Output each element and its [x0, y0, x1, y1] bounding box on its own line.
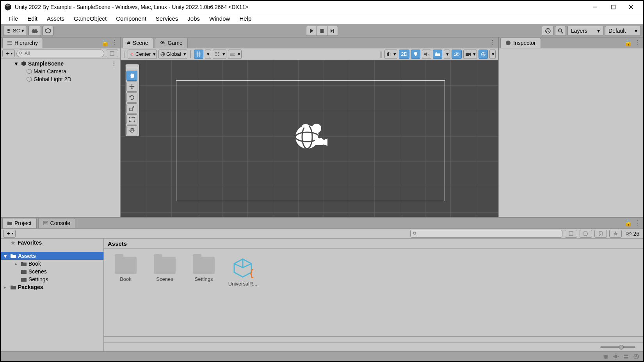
drag-handle-icon[interactable] [126, 67, 138, 68]
gizmos-dropdown[interactable]: ▾ [489, 50, 496, 59]
asset-child-row[interactable]: Scenes [1, 268, 103, 275]
unity-hub-button[interactable] [43, 26, 53, 36]
expand-arrow-icon[interactable]: ▸ [15, 262, 19, 266]
lock-icon[interactable]: 🔓 [624, 219, 632, 227]
drag-handle-icon[interactable]: ‖ [380, 50, 383, 58]
console-tab[interactable]: Console [38, 218, 75, 228]
game-tab[interactable]: 👁Game [155, 38, 188, 48]
gizmos-toggle[interactable] [479, 50, 488, 59]
expand-arrow-icon[interactable]: ▸ [4, 285, 9, 289]
panel-menu-icon[interactable]: ⋮ [634, 39, 642, 47]
grid-snap-dropdown[interactable]: ▾ [205, 50, 211, 59]
window-minimize-button[interactable] [586, 1, 604, 13]
scene-tab[interactable]: #Scene [122, 38, 153, 48]
asset-child-row[interactable]: ▸Book [1, 260, 103, 268]
favorites-row[interactable]: ★Favorites [1, 239, 103, 247]
panel-menu-icon[interactable]: ⋮ [110, 39, 118, 47]
panel-menu-icon[interactable]: ⋮ [489, 39, 496, 47]
step-button[interactable] [327, 26, 338, 36]
project-tab[interactable]: Project [2, 218, 37, 228]
inspector-tab[interactable]: i Inspector [500, 38, 541, 48]
layers-dropdown[interactable]: Layers▾ [568, 26, 603, 36]
transform-tool[interactable] [126, 125, 137, 135]
scale-tool[interactable] [126, 103, 137, 114]
svg-text:i: i [508, 40, 509, 41]
assets-row[interactable]: ▾Assets [1, 252, 103, 260]
thumbnail-size-slider[interactable] [600, 346, 635, 348]
window-close-button[interactable] [622, 1, 640, 13]
search-icon [19, 51, 23, 55]
account-dropdown[interactable]: SC ▾ [3, 26, 27, 36]
hand-tool[interactable] [126, 71, 137, 81]
save-search-button[interactable] [594, 230, 607, 238]
menu-gameobject[interactable]: GameObject [69, 14, 111, 23]
context-menu-icon[interactable]: ⋮ [111, 60, 117, 67]
fx-toggle[interactable] [433, 50, 442, 59]
layout-dropdown[interactable]: Default▾ [605, 26, 641, 36]
lock-icon[interactable]: 🔓 [624, 39, 632, 47]
hidden-count[interactable]: 26 [624, 231, 641, 237]
project-search-input[interactable] [410, 230, 562, 238]
window-maximize-button[interactable] [604, 1, 622, 13]
shading-mode-dropdown[interactable]: ▾ [384, 50, 397, 59]
panel-menu-icon[interactable]: ⋮ [634, 219, 642, 227]
breadcrumb[interactable]: Assets [104, 239, 643, 249]
audio-toggle[interactable] [422, 50, 431, 59]
menu-window[interactable]: Window [205, 14, 235, 23]
menu-jobs[interactable]: Jobs [183, 14, 205, 23]
menu-component[interactable]: Component [111, 14, 151, 23]
hierarchy-tab[interactable]: Hierarchy [2, 38, 43, 48]
grid-snap-button[interactable] [194, 50, 203, 59]
space-dropdown[interactable]: Global▾ [158, 50, 187, 59]
slider-knob[interactable] [619, 345, 624, 350]
lock-icon[interactable]: 🔓 [101, 39, 109, 47]
menu-edit[interactable]: Edit [23, 14, 42, 23]
fx-dropdown[interactable]: ▾ [444, 50, 450, 59]
packages-row[interactable]: ▸Packages [1, 283, 103, 291]
undo-history-button[interactable] [542, 26, 553, 36]
bookmark-icon [598, 231, 603, 236]
create-asset-dropdown[interactable]: ＋▾ [3, 230, 16, 238]
drag-handle-icon[interactable]: ‖ [123, 50, 126, 58]
scene-row[interactable]: ▾ SampleScene ⋮ [1, 60, 120, 67]
pivot-dropdown[interactable]: Center▾ [128, 50, 157, 59]
rotate-tool[interactable] [126, 92, 137, 103]
mode-2d-button[interactable]: 2D [399, 50, 409, 59]
auto-generate-lighting-icon[interactable] [613, 353, 619, 360]
progress-icon[interactable] [633, 353, 639, 360]
expand-arrow-icon[interactable]: ▾ [4, 253, 9, 259]
camera-dropdown[interactable]: ▾ [463, 50, 477, 59]
bug-icon[interactable] [603, 353, 609, 360]
search-button[interactable] [555, 26, 566, 36]
favorite-button[interactable]: ★ [609, 230, 622, 238]
move-tool[interactable] [126, 82, 137, 92]
hierarchy-item[interactable]: Main Camera [1, 67, 120, 75]
asset-child-row[interactable]: Settings [1, 275, 103, 283]
increment-snap-button[interactable]: ▾ [213, 50, 226, 59]
menu-assets[interactable]: Assets [42, 14, 69, 23]
lighting-toggle[interactable] [411, 50, 420, 59]
search-by-label-button[interactable] [580, 230, 592, 238]
search-mode-button[interactable] [106, 50, 118, 57]
rect-tool[interactable] [126, 114, 137, 124]
search-by-type-button[interactable] [565, 230, 577, 238]
asset-render-pipeline[interactable]: { } UniversalR... [229, 257, 257, 287]
menu-services[interactable]: Services [151, 14, 183, 23]
asset-folder[interactable]: Book [112, 257, 140, 282]
pause-button[interactable] [317, 26, 327, 36]
cloud-button[interactable] [28, 26, 41, 36]
create-dropdown[interactable]: ＋▾ [2, 50, 15, 57]
asset-folder[interactable]: Scenes [151, 257, 179, 282]
expand-arrow-icon[interactable]: ▾ [15, 60, 20, 67]
menu-file[interactable]: File [4, 14, 23, 23]
scene-viewport[interactable] [121, 60, 498, 217]
play-button[interactable] [306, 26, 317, 36]
cache-server-icon[interactable] [623, 353, 629, 360]
hierarchy-search-input[interactable]: All [16, 50, 104, 57]
grid-visibility-button[interactable]: ▾ [228, 50, 242, 59]
visibility-toggle[interactable] [452, 50, 462, 59]
hierarchy-item[interactable]: Global Light 2D [1, 75, 120, 83]
svg-rect-66 [134, 121, 135, 122]
menu-help[interactable]: Help [235, 14, 256, 23]
asset-folder[interactable]: Settings [190, 257, 218, 282]
